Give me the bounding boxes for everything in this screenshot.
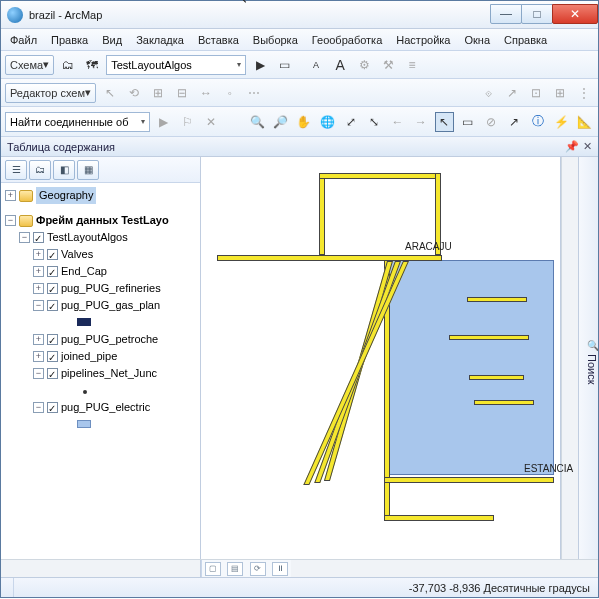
menu-insert[interactable]: Вставка <box>191 32 246 48</box>
config-icon-2[interactable]: ⚒ <box>378 55 398 75</box>
pan-icon[interactable]: ✋ <box>294 112 313 132</box>
page-icon[interactable]: ▭ <box>274 55 294 75</box>
refresh-icon[interactable]: ⟳ <box>250 562 266 576</box>
align-1-icon: ⟐ <box>478 83 498 103</box>
full-extent-icon[interactable]: 🌐 <box>318 112 337 132</box>
data-view-tab[interactable]: ▢ <box>205 562 221 576</box>
editor-tool-6: ◦ <box>220 83 240 103</box>
toc-dataset[interactable]: TestLayoutAlgos <box>47 229 128 246</box>
toc-pin-icon[interactable]: 📌 <box>565 140 579 153</box>
toc-bottom-scroll[interactable] <box>1 560 201 577</box>
layer-gasplan[interactable]: pug_PUG_gas_plan <box>61 297 160 314</box>
menu-edit[interactable]: Правка <box>44 32 95 48</box>
layer-petroche[interactable]: pug_PUG_petroche <box>61 331 158 348</box>
editor-tool-1: ↖ <box>100 83 120 103</box>
menu-windows[interactable]: Окна <box>457 32 497 48</box>
layout-view-tab[interactable]: ▤ <box>227 562 243 576</box>
dataframe-icon <box>19 215 33 227</box>
title-bar: brazil - ArcMap — □ ✕ <box>1 1 598 29</box>
menu-customize[interactable]: Настройка <box>389 32 457 48</box>
schema-icon-2[interactable]: 🗺 <box>82 55 102 75</box>
find-tool-2: ⚐ <box>177 112 196 132</box>
selection-rectangle <box>384 260 554 475</box>
toc-tab-draworder[interactable]: ☰ <box>5 160 27 180</box>
zoom-fixed-out-icon[interactable]: ⤡ <box>364 112 383 132</box>
menu-selection[interactable]: Выборка <box>246 32 305 48</box>
clear-selection-icon: ⊘ <box>481 112 500 132</box>
status-coords: -37,703 -8,936 <box>409 582 481 594</box>
schema-dropdown[interactable]: Схема ▾ <box>5 55 54 75</box>
menu-geoprocessing[interactable]: Геообработка <box>305 32 390 48</box>
table-of-contents: ☰ 🗂 ◧ ▦ +Geography −Фрейм данных TestLay… <box>1 157 201 559</box>
editor-tool-5: ↔ <box>196 83 216 103</box>
editor-tool-3: ⊞ <box>148 83 168 103</box>
editor-tool-4: ⊟ <box>172 83 192 103</box>
zoom-out-icon[interactable]: 🔎 <box>271 112 290 132</box>
toc-frame[interactable]: Фрейм данных TestLayo <box>36 212 169 229</box>
identify-icon[interactable]: ⓘ <box>528 112 547 132</box>
expand-icon[interactable]: + <box>5 190 16 201</box>
minimize-button[interactable]: — <box>490 4 522 24</box>
select-features-icon[interactable]: ▭ <box>458 112 477 132</box>
toc-tab-selection[interactable]: ▦ <box>77 160 99 180</box>
layer-valves[interactable]: Valves <box>61 246 93 263</box>
schema-icon-1[interactable]: 🗂 <box>58 55 78 75</box>
layer-joinedpipe[interactable]: joined_pipe <box>61 348 117 365</box>
toc-root[interactable]: Geography <box>36 187 96 204</box>
layer-refineries[interactable]: pug_PUG_refineries <box>61 280 161 297</box>
toc-tab-visibility[interactable]: ◧ <box>53 160 75 180</box>
map-label-aracaju: ARACAJU <box>405 241 452 252</box>
menu-bar: Файл Правка Вид Закладка Вставка Выборка… <box>1 29 598 51</box>
toolbar-schematics: Схема ▾ 🗂 🗺 TestLayoutAlgos▾ ▶ ▭ A A ⚙ ⚒… <box>1 51 598 79</box>
hyperlink-icon: ⚡ <box>551 112 570 132</box>
maximize-button[interactable]: □ <box>521 4 553 24</box>
toc-tab-source[interactable]: 🗂 <box>29 160 51 180</box>
map-label-estancia: ESTANCIA <box>524 463 573 474</box>
map-canvas[interactable]: ARACAJU ESTANCIA <box>201 157 561 559</box>
label-small-icon[interactable]: A <box>306 55 326 75</box>
menu-file[interactable]: Файл <box>3 32 44 48</box>
layer-electric[interactable]: pug_PUG_electric <box>61 399 150 416</box>
editor-tool-7: ⋯ <box>244 83 264 103</box>
search-panel-tab[interactable]: 🔍 Поиск <box>578 157 598 559</box>
layer-endcap[interactable]: End_Cap <box>61 263 107 280</box>
label-large-icon[interactable]: A <box>330 55 350 75</box>
close-button[interactable]: ✕ <box>552 4 598 24</box>
layer-netjunc[interactable]: pipelines_Net_Junc <box>61 365 157 382</box>
toc-title: Таблица содержания <box>7 141 115 153</box>
menu-view[interactable]: Вид <box>95 32 129 48</box>
menu-bookmark[interactable]: Закладка <box>129 32 191 48</box>
zoom-in-icon[interactable]: 🔍 <box>248 112 267 132</box>
align-3-icon: ⊡ <box>526 83 546 103</box>
pause-icon[interactable]: ⏸ <box>272 562 288 576</box>
prev-extent-icon: ← <box>388 112 407 132</box>
window-title: brazil - ArcMap <box>29 9 491 21</box>
toc-close-icon[interactable]: ✕ <box>583 140 592 153</box>
vertical-scrollbar[interactable] <box>561 157 578 559</box>
menu-help[interactable]: Справка <box>497 32 554 48</box>
align-2-icon: ↗ <box>502 83 522 103</box>
config-icon-1[interactable]: ⚙ <box>354 55 374 75</box>
horizontal-scrollbar[interactable] <box>291 560 598 577</box>
checkbox[interactable] <box>33 232 44 243</box>
run-layout-icon[interactable]: ▶ <box>250 55 270 75</box>
pointer-icon[interactable]: ↗ <box>505 112 524 132</box>
schema-editor-dropdown[interactable]: Редактор схем ▾ <box>5 83 96 103</box>
symbol-navy <box>77 318 91 326</box>
toc-tree[interactable]: +Geography −Фрейм данных TestLayo −TestL… <box>1 183 200 559</box>
find-connected-combo[interactable]: Найти соединенные об▾ <box>5 112 150 132</box>
toc-title-bar: Таблица содержания 📌✕ <box>1 137 598 157</box>
config-icon-3[interactable]: ≡ <box>402 55 422 75</box>
toolbar-schema-editor: Редактор схем ▾ ↖ ⟲ ⊞ ⊟ ↔ ◦ ⋯ ⟐ ↗ ⊡ ⊞ ⋮ <box>1 79 598 107</box>
zoom-fixed-in-icon[interactable]: ⤢ <box>341 112 360 132</box>
find-tool-3: ✕ <box>201 112 220 132</box>
editor-tool-2: ⟲ <box>124 83 144 103</box>
layout-combo[interactable]: TestLayoutAlgos▾ <box>106 55 246 75</box>
align-4-icon: ⊞ <box>550 83 570 103</box>
select-elements-icon[interactable]: ↖↖ <box>435 112 454 132</box>
find-run-icon: ▶ <box>154 112 173 132</box>
measure-icon[interactable]: 📐 <box>575 112 594 132</box>
toc-tab-strip: ☰ 🗂 ◧ ▦ <box>1 157 200 183</box>
collapse-icon[interactable]: − <box>5 215 16 226</box>
symbol-dot <box>83 390 87 394</box>
